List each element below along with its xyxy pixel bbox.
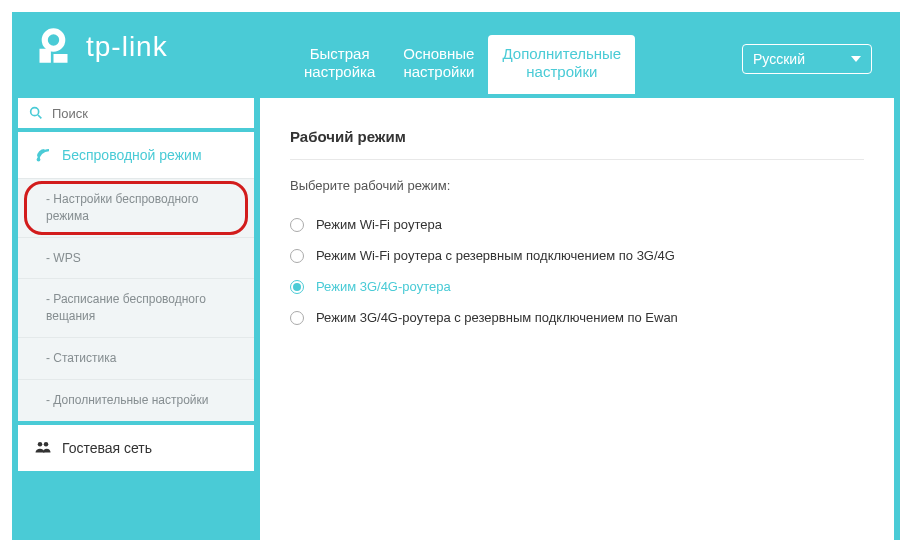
submenu-wireless-settings[interactable]: - Настройки беспроводного режима xyxy=(18,178,254,237)
top-tabs: Быстрая настройка Основные настройки Доп… xyxy=(290,12,635,94)
radio-icon xyxy=(290,311,304,325)
main-content: Рабочий режим Выберите рабочий режим: Ре… xyxy=(260,98,894,540)
radio-icon xyxy=(290,280,304,294)
mode-wifi-router[interactable]: Режим Wi-Fi роутера xyxy=(290,209,864,240)
mode-label: Режим Wi-Fi роутера с резервным подключе… xyxy=(316,248,675,263)
sidebar-wireless-label: Беспроводной режим xyxy=(62,147,202,163)
svg-point-6 xyxy=(38,442,43,447)
mode-label: Режим 3G/4G-роутера с резервным подключе… xyxy=(316,310,678,325)
tab-advanced[interactable]: Дополнительные настройки xyxy=(488,35,635,95)
svg-point-0 xyxy=(45,31,63,49)
search-icon xyxy=(28,105,44,121)
language-value: Русский xyxy=(753,51,805,67)
search-input[interactable] xyxy=(52,106,244,121)
svg-point-7 xyxy=(44,442,49,447)
submenu-wps[interactable]: - WPS xyxy=(18,237,254,279)
page-title: Рабочий режим xyxy=(290,128,864,160)
mode-label: Режим Wi-Fi роутера xyxy=(316,217,442,232)
mode-label: Режим 3G/4G-роутера xyxy=(316,279,451,294)
radio-icon xyxy=(290,218,304,232)
operation-mode-group: Режим Wi-Fi роутера Режим Wi-Fi роутера … xyxy=(290,209,864,333)
wifi-icon xyxy=(34,146,52,164)
header: tp-link Быстрая настройка Основные настр… xyxy=(12,12,900,94)
tab-quick-setup[interactable]: Быстрая настройка xyxy=(290,35,389,95)
mode-3g4g-router[interactable]: Режим 3G/4G-роутера xyxy=(290,271,864,302)
svg-line-4 xyxy=(38,115,41,118)
mode-wifi-router-3g4g-backup[interactable]: Режим Wi-Fi роутера с резервным подключе… xyxy=(290,240,864,271)
language-select[interactable]: Русский xyxy=(742,44,872,74)
sidebar: Беспроводной режим - Настройки беспровод… xyxy=(18,98,254,540)
sidebar-wireless-section: Беспроводной режим - Настройки беспровод… xyxy=(18,132,254,421)
sidebar-guest-label: Гостевая сеть xyxy=(62,440,152,456)
sidebar-item-wireless[interactable]: Беспроводной режим xyxy=(18,132,254,178)
submenu-wireless-schedule[interactable]: - Расписание беспроводного вещания xyxy=(18,278,254,337)
radio-icon xyxy=(290,249,304,263)
sidebar-item-guest-network[interactable]: Гостевая сеть xyxy=(18,425,254,471)
search-box[interactable] xyxy=(18,98,254,132)
chevron-down-icon xyxy=(851,56,861,62)
brand-text: tp-link xyxy=(86,31,168,63)
sidebar-wireless-submenu: - Настройки беспроводного режима - WPS -… xyxy=(18,178,254,421)
guest-network-icon xyxy=(34,439,52,457)
svg-point-3 xyxy=(31,108,39,116)
submenu-statistics[interactable]: - Статистика xyxy=(18,337,254,379)
submenu-advanced-settings[interactable]: - Дополнительные настройки xyxy=(18,379,254,421)
tab-basic[interactable]: Основные настройки xyxy=(389,35,488,95)
svg-rect-1 xyxy=(40,49,51,63)
mode-3g4g-router-ewan-backup[interactable]: Режим 3G/4G-роутера с резервным подключе… xyxy=(290,302,864,333)
tplink-logo-icon xyxy=(36,26,78,68)
brand-logo: tp-link xyxy=(36,26,168,68)
mode-prompt: Выберите рабочий режим: xyxy=(290,178,864,193)
svg-point-5 xyxy=(37,158,41,162)
sidebar-guest-section: Гостевая сеть xyxy=(18,425,254,471)
svg-rect-2 xyxy=(54,54,68,63)
